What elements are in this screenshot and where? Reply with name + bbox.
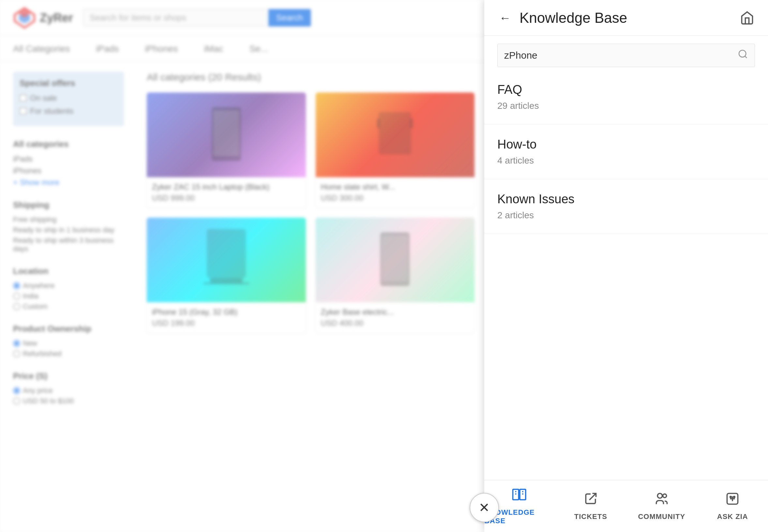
logo-area: ZyRer (13, 7, 73, 29)
known-issues-title: Known Issues (497, 192, 755, 206)
search-icon (738, 49, 748, 62)
panel-title: Knowledge Base (519, 10, 627, 26)
product-card-4: Zyker Base electric... USD 400.00 (316, 218, 475, 333)
faq-title: FAQ (497, 83, 755, 97)
product-info-3: iPhone 15 (Gray, 32 GB) USD 199.00 (147, 302, 306, 333)
tab-ask-zia-label: ASK ZIA (717, 512, 748, 521)
tab-community-label: COMMUNITY (638, 512, 685, 521)
special-offers-title: Special offers (20, 78, 117, 88)
howto-count: 4 articles (497, 155, 755, 166)
product-info-4: Zyker Base electric... USD 400.00 (316, 302, 475, 333)
home-button[interactable] (739, 10, 755, 26)
nav-imac: iMac (204, 44, 224, 54)
product-info-2: Home slate shirt, W... USD 300.00 (316, 177, 475, 208)
back-arrow-icon: ← (499, 11, 511, 25)
community-icon (655, 492, 669, 509)
back-button[interactable]: ← (497, 10, 513, 26)
tab-ask-zia[interactable]: ASK ZIA (697, 480, 768, 532)
ask-zia-icon (725, 492, 740, 509)
tickets-icon (584, 492, 598, 509)
tab-tickets[interactable]: TICKETS (555, 480, 627, 532)
home-icon (740, 11, 754, 25)
howto-title: How-to (497, 137, 755, 151)
svg-point-23 (663, 494, 666, 497)
for-students-option: For students (20, 107, 117, 116)
svg-point-22 (658, 493, 662, 498)
panel-header-left: ← Knowledge Base (497, 10, 627, 26)
grid-title: All categories (20 Results) (147, 72, 474, 83)
bottom-nav: KNOWLEDGE BASE TICKETS (484, 480, 768, 532)
faq-section[interactable]: FAQ 29 articles (484, 70, 768, 124)
nav-all-categories: All Categories (13, 44, 70, 54)
special-offers-section: Special offers On sale For students (13, 72, 124, 126)
svg-line-14 (745, 56, 747, 58)
svg-point-13 (739, 50, 746, 57)
product-card-2: Home slate shirt, W... USD 300.00 (316, 93, 475, 208)
tab-community[interactable]: COMMUNITY (626, 480, 697, 532)
logo-text: ZyRer (40, 11, 73, 25)
close-icon: ✕ (479, 500, 490, 515)
location-section: Location Anywhere India Custom (13, 266, 124, 311)
faq-count: 29 articles (497, 101, 755, 111)
tab-tickets-label: TICKETS (574, 512, 607, 521)
product-img-4 (316, 218, 475, 302)
store-search-placeholder: Search for items or shops (83, 9, 268, 26)
shipping-section: Shipping Free shipping Ready to ship in … (13, 200, 124, 253)
knowledge-base-icon (512, 487, 528, 505)
on-sale-option: On sale (20, 93, 117, 103)
svg-rect-7 (410, 119, 413, 128)
svg-rect-4 (213, 110, 239, 156)
close-button[interactable]: ✕ (470, 493, 499, 522)
product-img-3 (147, 218, 306, 302)
product-grid: Zyker ZAC 15 inch Laptop (Black) USD 999… (147, 93, 474, 333)
nav-ipads: iPads (96, 44, 119, 54)
known-issues-section[interactable]: Known Issues 2 articles (484, 179, 768, 234)
price-section: Price (S) Any price USD 50 to $100 (13, 371, 124, 405)
product-img-2 (316, 93, 475, 177)
nav-more: Se... (250, 44, 268, 54)
store-search-button: Search (268, 9, 311, 26)
ownership-section: Product Ownership New Refurbished (13, 324, 124, 358)
knowledge-base-panel: ← Knowledge Base FAQ 29 articles (484, 0, 768, 532)
categories-section: All categories iPads iPhones + Show more (13, 139, 124, 187)
svg-rect-6 (377, 119, 380, 128)
panel-search-container (497, 44, 755, 67)
howto-section[interactable]: How-to 4 articles (484, 124, 768, 179)
known-issues-count: 2 articles (497, 210, 755, 221)
categories-title: All categories (13, 139, 124, 149)
special-offers-box: Special offers On sale For students (13, 72, 124, 126)
svg-rect-9 (210, 278, 243, 283)
svg-rect-8 (207, 229, 246, 278)
store-sidebar: Special offers On sale For students All … (7, 62, 130, 532)
product-info-1: Zyker ZAC 15 inch Laptop (Black) USD 999… (147, 177, 306, 208)
store-search-bar: Search for items or shops Search (83, 9, 311, 27)
svg-point-25 (730, 496, 732, 497)
product-card-1: Zyker ZAC 15 inch Laptop (Black) USD 999… (147, 93, 306, 208)
svg-rect-12 (382, 236, 408, 281)
panel-header: ← Knowledge Base (484, 0, 768, 36)
panel-content: FAQ 29 articles How-to 4 articles Known … (484, 70, 768, 532)
nav-iphones: iPhones (145, 44, 178, 54)
svg-rect-10 (204, 282, 249, 285)
panel-search-input[interactable] (504, 50, 738, 61)
product-card-3: iPhone 15 (Gray, 32 GB) USD 199.00 (147, 218, 306, 333)
svg-point-26 (734, 496, 735, 497)
svg-rect-5 (379, 112, 411, 154)
logo-icon (13, 7, 36, 29)
product-img-1 (147, 93, 306, 177)
product-grid-area: All categories (20 Results) Zyker ZAC 15… (137, 62, 484, 532)
